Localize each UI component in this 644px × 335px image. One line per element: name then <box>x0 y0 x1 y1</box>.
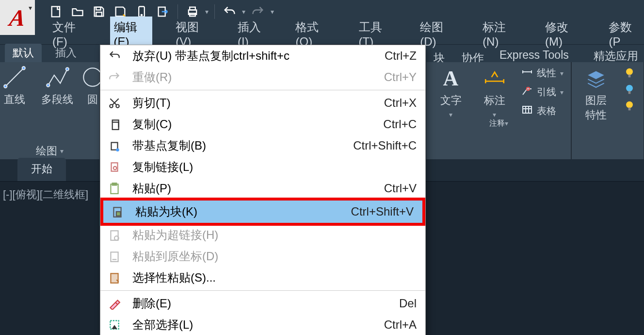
menu-delete[interactable]: 删除(E) Del <box>100 293 425 314</box>
svg-rect-16 <box>523 106 531 113</box>
tool-dimension[interactable]: 标注▾ <box>478 66 512 118</box>
menu-copy-link[interactable]: 复制链接(L) <box>100 156 425 178</box>
svg-rect-1 <box>96 7 100 10</box>
svg-point-17 <box>626 68 633 75</box>
ribbon-tab-featured[interactable]: 精选应用 <box>594 49 638 64</box>
ribbon-tab-expresstools[interactable]: Express Tools <box>499 49 569 62</box>
copy-link-icon <box>107 161 122 173</box>
paste-orig-icon <box>107 250 122 263</box>
svg-point-4 <box>141 15 142 16</box>
paste-special-icon <box>107 271 122 284</box>
menu-paste-as-block[interactable]: 粘贴为块(K) Ctrl+Shift+V <box>103 201 422 223</box>
menu-modify[interactable]: 修改(M) <box>541 17 585 51</box>
svg-rect-36 <box>111 273 118 283</box>
svg-point-27 <box>116 148 119 151</box>
ribbon-tab-default[interactable]: 默认 <box>5 44 42 62</box>
svg-rect-7 <box>190 7 195 10</box>
svg-rect-0 <box>52 7 60 17</box>
layer-lock-icon[interactable] <box>623 99 636 113</box>
ribbon-tab-insert[interactable]: 插入 <box>48 44 84 62</box>
layer-freeze-icon[interactable] <box>623 83 636 96</box>
svg-point-11 <box>22 67 25 69</box>
svg-point-12 <box>47 84 49 87</box>
doc-tab-start[interactable]: 开始 <box>17 158 66 181</box>
menu-cut[interactable]: 剪切(T) Ctrl+X <box>100 92 425 114</box>
menu-bar: 文件(F) 编辑(E) 视图(V) 插入(I) 格式(O) 工具(T) 绘图(D… <box>0 23 644 45</box>
tool-table[interactable]: 表格 <box>521 104 564 118</box>
svg-rect-32 <box>116 212 121 216</box>
svg-rect-35 <box>111 252 118 262</box>
viewport-label[interactable]: [-][俯视][二维线框] <box>3 187 88 202</box>
svg-point-13 <box>65 67 68 70</box>
print-dropdown-icon[interactable]: ▾ <box>205 8 209 16</box>
menu-paste-hyperlink: 粘贴为超链接(H) <box>100 224 425 246</box>
svg-point-19 <box>626 85 633 92</box>
menu-redo: 重做(R) Ctrl+Y <box>100 67 425 88</box>
panel-draw-label: 绘图 <box>36 144 57 158</box>
redo-dropdown-icon[interactable]: ▾ <box>271 8 274 16</box>
menu-select-all[interactable]: 全部选择(L) Ctrl+A <box>100 314 425 335</box>
menu-paste-special[interactable]: 选择性粘贴(S)... <box>100 267 425 288</box>
redo-icon <box>107 71 122 84</box>
panel-annotation: A 文字▾ 标注▾ 线性 ▾ 引线 ▾ 表格 注释▾ <box>426 62 571 159</box>
tool-line[interactable]: 直线 <box>0 65 32 107</box>
svg-point-21 <box>626 101 633 108</box>
erase-icon <box>107 297 122 310</box>
undo-icon <box>107 50 122 62</box>
menu-copy[interactable]: 复制(C) Ctrl+C <box>100 114 425 135</box>
svg-rect-25 <box>113 122 119 130</box>
menu-dimension[interactable]: 标注(N) <box>479 17 522 51</box>
svg-rect-2 <box>96 12 102 16</box>
svg-point-14 <box>83 68 102 86</box>
app-logo[interactable]: A▾ <box>0 0 35 35</box>
svg-rect-30 <box>113 183 117 185</box>
panel-draw: 直线 多段线 圆 绘图▾ <box>0 62 100 159</box>
tool-linear[interactable]: 线性 ▾ <box>521 66 564 80</box>
tool-leader[interactable]: 引线 ▾ <box>521 85 564 99</box>
cut-icon <box>107 97 122 109</box>
svg-rect-18 <box>628 75 631 78</box>
menu-paste[interactable]: 粘贴(P) Ctrl+V <box>100 178 425 199</box>
menu-parametric[interactable]: 参数(P <box>605 17 644 51</box>
menu-copy-base[interactable]: 带基点复制(B) Ctrl+Shift+C <box>100 135 425 156</box>
paste-hyperlink-icon <box>107 229 122 241</box>
edit-menu-dropdown: 放弃(U) 带基点复制ctrl+shift+c Ctrl+Z 重做(R) Ctr… <box>100 45 426 335</box>
tool-circle[interactable]: 圆 <box>83 65 102 107</box>
paste-icon <box>107 182 122 195</box>
menu-undo[interactable]: 放弃(U) 带基点复制ctrl+shift+c Ctrl+Z <box>100 45 425 67</box>
tool-layer-properties[interactable]: 图层 特性 <box>579 66 613 122</box>
copy-icon <box>107 118 122 131</box>
undo-dropdown-icon[interactable]: ▾ <box>242 8 245 16</box>
panel-layers: 图层 特性 <box>571 62 644 159</box>
tool-text[interactable]: A 文字▾ <box>434 66 468 118</box>
svg-rect-22 <box>628 108 631 111</box>
paste-block-icon <box>110 205 125 218</box>
export-icon[interactable] <box>154 3 172 20</box>
svg-line-9 <box>5 68 24 86</box>
copy-base-icon <box>107 139 122 152</box>
select-all-icon <box>107 318 122 331</box>
save-icon[interactable] <box>90 3 108 20</box>
highlighted-menu-item-box: 粘贴为块(K) Ctrl+Shift+V <box>100 198 425 226</box>
panel-anno-label: 注释 <box>489 119 505 127</box>
svg-point-10 <box>4 85 7 88</box>
layer-bulb-icon[interactable] <box>623 66 636 80</box>
svg-rect-20 <box>628 91 631 94</box>
ribbon-right: A 文字▾ 标注▾ 线性 ▾ 引线 ▾ 表格 注释▾ 图层 特性 <box>426 62 644 159</box>
menu-paste-original: 粘贴到原坐标(D) <box>100 246 425 267</box>
tool-polyline[interactable]: 多段线 <box>40 65 74 107</box>
